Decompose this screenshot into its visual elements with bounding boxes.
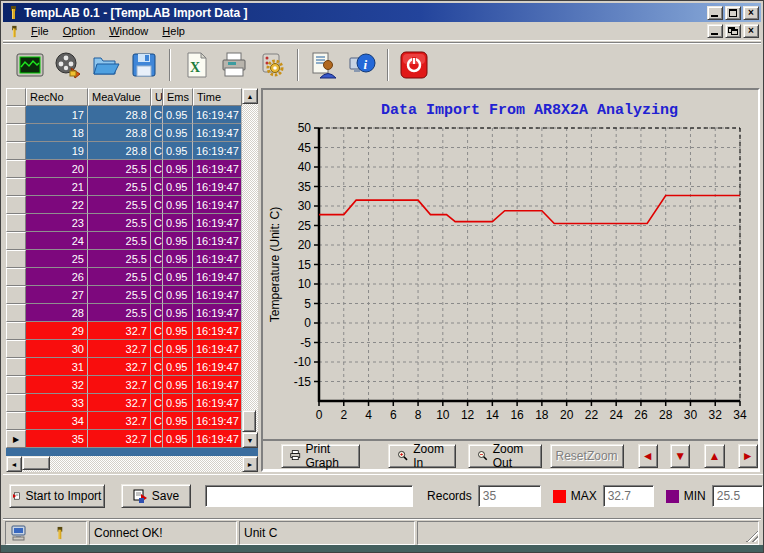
table-row[interactable]: 2325.5C0.9516:19:47 <box>6 214 242 232</box>
table-cell[interactable]: C <box>151 196 163 214</box>
table-cell[interactable]: 0.95 <box>163 124 193 142</box>
table-cell[interactable]: 32.7 <box>88 376 151 394</box>
col-header-u[interactable]: U <box>151 88 163 106</box>
table-cell[interactable]: C <box>151 268 163 286</box>
table-cell[interactable]: 31 <box>26 358 88 376</box>
row-selector[interactable] <box>6 232 26 250</box>
table-cell[interactable]: 16:19:47 <box>193 340 242 358</box>
info-icon[interactable]: i <box>343 46 381 84</box>
child-restore-button[interactable] <box>725 24 741 38</box>
table-row[interactable]: 2932.7C0.9516:19:47 <box>6 322 242 340</box>
table-cell[interactable]: 0.95 <box>163 196 193 214</box>
current-row-indicator[interactable]: ▶ <box>6 430 26 448</box>
menu-help[interactable]: Help <box>155 23 192 39</box>
pan-right-button[interactable]: ► <box>738 444 758 468</box>
table-cell[interactable]: 28.8 <box>88 106 151 124</box>
table-cell[interactable]: 16:19:47 <box>193 106 242 124</box>
table-row[interactable]: 2225.5C0.9516:19:47 <box>6 196 242 214</box>
save-data-button[interactable]: Save <box>121 484 190 508</box>
records-value-field[interactable]: 35 <box>478 485 541 507</box>
table-cell[interactable]: C <box>151 232 163 250</box>
table-cell[interactable]: 16:19:47 <box>193 304 242 322</box>
row-selector[interactable] <box>6 142 26 160</box>
table-cell[interactable]: 0.95 <box>163 268 193 286</box>
table-cell[interactable]: 25.5 <box>88 178 151 196</box>
table-cell[interactable]: 0.95 <box>163 394 193 412</box>
row-selector[interactable] <box>6 412 26 430</box>
row-selector[interactable] <box>6 196 26 214</box>
menu-file[interactable]: File <box>24 23 56 39</box>
table-row[interactable]: ▶3532.7C0.9516:19:47 <box>6 430 242 448</box>
table-cell[interactable]: 28.8 <box>88 142 151 160</box>
row-selector[interactable] <box>6 358 26 376</box>
row-selector[interactable] <box>6 268 26 286</box>
table-cell[interactable]: C <box>151 394 163 412</box>
reset-zoom-button[interactable]: ResetZoom <box>550 444 624 468</box>
table-cell[interactable]: 25.5 <box>88 268 151 286</box>
table-cell[interactable]: 25.5 <box>88 286 151 304</box>
table-row[interactable]: 1828.8C0.9516:19:47 <box>6 124 242 142</box>
table-cell[interactable]: 34 <box>26 412 88 430</box>
col-header-recno[interactable]: RecNo <box>26 88 88 106</box>
table-row[interactable]: 1928.8C0.9516:19:47 <box>6 142 242 160</box>
table-cell[interactable]: C <box>151 124 163 142</box>
table-cell[interactable]: C <box>151 178 163 196</box>
row-selector[interactable] <box>6 160 26 178</box>
table-cell[interactable]: 0.95 <box>163 376 193 394</box>
table-cell[interactable]: 16:19:47 <box>193 376 242 394</box>
child-minimize-button[interactable] <box>707 24 723 38</box>
table-cell[interactable]: 0.95 <box>163 178 193 196</box>
horizontal-scrollbar[interactable]: ◄ ► <box>6 456 258 472</box>
pan-left-button[interactable]: ◄ <box>638 444 658 468</box>
vscroll-thumb[interactable] <box>242 410 256 432</box>
table-cell[interactable]: C <box>151 412 163 430</box>
table-cell[interactable]: 32.7 <box>88 412 151 430</box>
table-row[interactable]: 3132.7C0.9516:19:47 <box>6 358 242 376</box>
table-row[interactable]: 2625.5C0.9516:19:47 <box>6 268 242 286</box>
table-cell[interactable]: 16:19:47 <box>193 430 242 448</box>
table-row[interactable]: 3432.7C0.9516:19:47 <box>6 412 242 430</box>
table-row[interactable]: 2825.5C0.9516:19:47 <box>6 304 242 322</box>
table-cell[interactable]: 21 <box>26 178 88 196</box>
table-cell[interactable]: 32 <box>26 376 88 394</box>
row-selector[interactable] <box>6 376 26 394</box>
min-value-field[interactable]: 25.5 <box>712 485 763 507</box>
vertical-scrollbar[interactable]: ▲ ▼ <box>242 88 258 448</box>
scroll-down-icon[interactable]: ▼ <box>242 432 258 448</box>
zoom-out-button[interactable]: Zoom Out <box>468 444 541 468</box>
table-cell[interactable]: 16:19:47 <box>193 250 242 268</box>
table-cell[interactable]: C <box>151 142 163 160</box>
table-cell[interactable]: 25 <box>26 250 88 268</box>
open-folder-icon[interactable] <box>87 46 125 84</box>
table-cell[interactable]: C <box>151 340 163 358</box>
scroll-left-icon[interactable]: ◄ <box>6 456 22 472</box>
table-row[interactable]: 2525.5C0.9516:19:47 <box>6 250 242 268</box>
table-cell[interactable]: 16:19:47 <box>193 268 242 286</box>
graph-monitor-icon[interactable] <box>11 46 49 84</box>
table-cell[interactable]: 0.95 <box>163 340 193 358</box>
table-cell[interactable]: C <box>151 250 163 268</box>
row-selector[interactable] <box>6 340 26 358</box>
table-cell[interactable]: 35 <box>26 430 88 448</box>
table-cell[interactable]: 16:19:47 <box>193 214 242 232</box>
menu-option[interactable]: Option <box>56 23 102 39</box>
table-cell[interactable]: 30 <box>26 340 88 358</box>
start-import-button[interactable]: Start to Import <box>9 484 105 508</box>
save-floppy-icon[interactable] <box>125 46 163 84</box>
table-cell[interactable]: 32.7 <box>88 340 151 358</box>
menu-window[interactable]: Window <box>102 23 155 39</box>
table-cell[interactable]: 23 <box>26 214 88 232</box>
table-cell[interactable]: 0.95 <box>163 412 193 430</box>
table-cell[interactable]: 0.95 <box>163 142 193 160</box>
table-cell[interactable]: C <box>151 358 163 376</box>
pan-up-button[interactable]: ▲ <box>704 444 724 468</box>
table-cell[interactable]: 0.95 <box>163 322 193 340</box>
table-cell[interactable]: 16:19:47 <box>193 142 242 160</box>
row-selector[interactable] <box>6 394 26 412</box>
table-cell[interactable]: 24 <box>26 232 88 250</box>
row-selector[interactable] <box>6 124 26 142</box>
table-cell[interactable]: 16:19:47 <box>193 412 242 430</box>
table-row[interactable]: 2725.5C0.9516:19:47 <box>6 286 242 304</box>
pan-down-button[interactable]: ▼ <box>670 444 690 468</box>
table-cell[interactable]: 0.95 <box>163 286 193 304</box>
